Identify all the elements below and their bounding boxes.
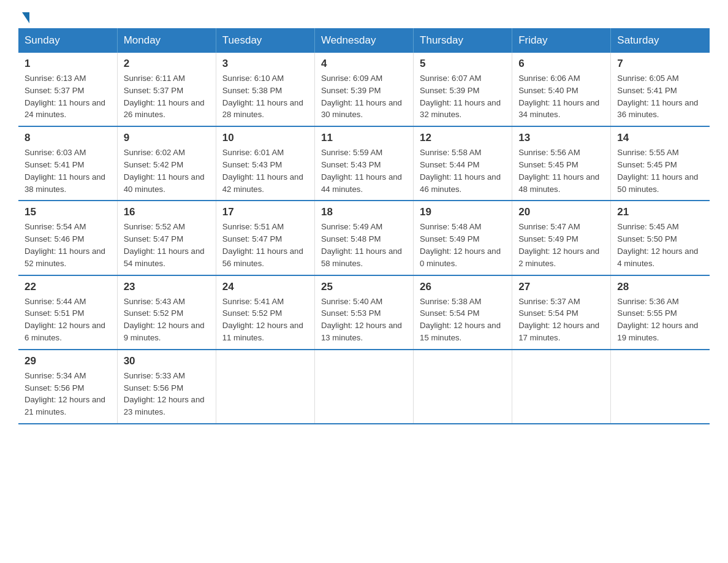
day-number: 7 bbox=[617, 58, 703, 70]
calendar-cell: 22 Sunrise: 5:44 AM Sunset: 5:51 PM Dayl… bbox=[18, 275, 117, 350]
calendar-table: SundayMondayTuesdayWednesdayThursdayFrid… bbox=[18, 28, 710, 424]
calendar-cell: 30 Sunrise: 5:33 AM Sunset: 5:56 PM Dayl… bbox=[117, 350, 216, 424]
day-number: 14 bbox=[617, 132, 703, 144]
header-day-monday: Monday bbox=[117, 28, 216, 53]
calendar-cell: 1 Sunrise: 6:13 AM Sunset: 5:37 PM Dayli… bbox=[18, 53, 117, 126]
calendar-cell: 26 Sunrise: 5:38 AM Sunset: 5:54 PM Dayl… bbox=[414, 275, 512, 350]
calendar-cell: 16 Sunrise: 5:52 AM Sunset: 5:47 PM Dayl… bbox=[117, 201, 216, 275]
day-number: 16 bbox=[124, 206, 210, 218]
week-row-2: 8 Sunrise: 6:03 AM Sunset: 5:41 PM Dayli… bbox=[18, 126, 710, 201]
day-info: Sunrise: 5:38 AM Sunset: 5:54 PM Dayligh… bbox=[420, 296, 506, 344]
header-day-sunday: Sunday bbox=[18, 28, 117, 53]
calendar-cell bbox=[611, 350, 710, 424]
day-number: 21 bbox=[617, 206, 703, 218]
day-number: 18 bbox=[321, 206, 407, 218]
day-info: Sunrise: 6:06 AM Sunset: 5:40 PM Dayligh… bbox=[518, 72, 604, 121]
day-info: Sunrise: 5:37 AM Sunset: 5:54 PM Dayligh… bbox=[518, 296, 604, 344]
day-info: Sunrise: 5:49 AM Sunset: 5:48 PM Dayligh… bbox=[321, 221, 407, 269]
calendar-cell: 15 Sunrise: 5:54 AM Sunset: 5:46 PM Dayl… bbox=[18, 201, 117, 275]
day-info: Sunrise: 6:09 AM Sunset: 5:39 PM Dayligh… bbox=[321, 72, 407, 121]
calendar-cell: 7 Sunrise: 6:05 AM Sunset: 5:41 PM Dayli… bbox=[611, 53, 710, 126]
day-number: 17 bbox=[222, 206, 308, 218]
calendar-cell: 9 Sunrise: 6:02 AM Sunset: 5:42 PM Dayli… bbox=[117, 126, 216, 201]
day-number: 24 bbox=[222, 281, 308, 293]
calendar-cell: 24 Sunrise: 5:41 AM Sunset: 5:52 PM Dayl… bbox=[216, 275, 314, 350]
day-number: 27 bbox=[518, 281, 604, 293]
day-info: Sunrise: 5:52 AM Sunset: 5:47 PM Dayligh… bbox=[124, 221, 210, 269]
day-number: 13 bbox=[518, 132, 604, 144]
calendar-cell bbox=[512, 350, 611, 424]
day-number: 10 bbox=[222, 132, 308, 144]
day-info: Sunrise: 6:02 AM Sunset: 5:42 PM Dayligh… bbox=[124, 147, 210, 195]
calendar-cell: 19 Sunrise: 5:48 AM Sunset: 5:49 PM Dayl… bbox=[414, 201, 512, 275]
day-info: Sunrise: 6:11 AM Sunset: 5:37 PM Dayligh… bbox=[124, 72, 210, 121]
day-info: Sunrise: 6:13 AM Sunset: 5:37 PM Dayligh… bbox=[25, 72, 111, 121]
day-number: 11 bbox=[321, 132, 407, 144]
week-row-5: 29 Sunrise: 5:34 AM Sunset: 5:56 PM Dayl… bbox=[18, 350, 710, 424]
calendar-header-row: SundayMondayTuesdayWednesdayThursdayFrid… bbox=[18, 28, 710, 53]
calendar-cell bbox=[314, 350, 413, 424]
day-info: Sunrise: 5:34 AM Sunset: 5:56 PM Dayligh… bbox=[25, 370, 111, 418]
day-number: 19 bbox=[420, 206, 506, 218]
day-number: 12 bbox=[420, 132, 506, 144]
day-info: Sunrise: 5:59 AM Sunset: 5:43 PM Dayligh… bbox=[321, 147, 407, 195]
day-info: Sunrise: 5:55 AM Sunset: 5:45 PM Dayligh… bbox=[617, 147, 703, 195]
page-header bbox=[18, 12, 710, 22]
calendar-cell: 8 Sunrise: 6:03 AM Sunset: 5:41 PM Dayli… bbox=[18, 126, 117, 201]
calendar-cell: 3 Sunrise: 6:10 AM Sunset: 5:38 PM Dayli… bbox=[216, 53, 314, 126]
day-info: Sunrise: 5:47 AM Sunset: 5:49 PM Dayligh… bbox=[518, 221, 604, 269]
calendar-cell: 2 Sunrise: 6:11 AM Sunset: 5:37 PM Dayli… bbox=[117, 53, 216, 126]
header-day-tuesday: Tuesday bbox=[216, 28, 314, 53]
header-day-thursday: Thursday bbox=[414, 28, 512, 53]
week-row-1: 1 Sunrise: 6:13 AM Sunset: 5:37 PM Dayli… bbox=[18, 53, 710, 126]
day-info: Sunrise: 6:10 AM Sunset: 5:38 PM Dayligh… bbox=[222, 72, 308, 121]
calendar-cell: 13 Sunrise: 5:56 AM Sunset: 5:45 PM Dayl… bbox=[512, 126, 611, 201]
day-info: Sunrise: 6:05 AM Sunset: 5:41 PM Dayligh… bbox=[617, 72, 703, 121]
header-day-wednesday: Wednesday bbox=[314, 28, 413, 53]
week-row-4: 22 Sunrise: 5:44 AM Sunset: 5:51 PM Dayl… bbox=[18, 275, 710, 350]
day-info: Sunrise: 6:07 AM Sunset: 5:39 PM Dayligh… bbox=[420, 72, 506, 121]
day-info: Sunrise: 5:40 AM Sunset: 5:53 PM Dayligh… bbox=[321, 296, 407, 344]
day-number: 30 bbox=[124, 355, 210, 367]
day-number: 3 bbox=[222, 58, 308, 70]
day-info: Sunrise: 5:58 AM Sunset: 5:44 PM Dayligh… bbox=[420, 147, 506, 195]
day-number: 20 bbox=[518, 206, 604, 218]
day-info: Sunrise: 5:41 AM Sunset: 5:52 PM Dayligh… bbox=[222, 296, 308, 344]
week-row-3: 15 Sunrise: 5:54 AM Sunset: 5:46 PM Dayl… bbox=[18, 201, 710, 275]
day-number: 9 bbox=[124, 132, 210, 144]
day-info: Sunrise: 5:36 AM Sunset: 5:55 PM Dayligh… bbox=[617, 296, 703, 344]
day-number: 5 bbox=[420, 58, 506, 70]
calendar-cell: 5 Sunrise: 6:07 AM Sunset: 5:39 PM Dayli… bbox=[414, 53, 512, 126]
day-info: Sunrise: 5:54 AM Sunset: 5:46 PM Dayligh… bbox=[25, 221, 111, 269]
day-number: 6 bbox=[518, 58, 604, 70]
day-number: 26 bbox=[420, 281, 506, 293]
day-number: 22 bbox=[25, 281, 111, 293]
day-info: Sunrise: 6:03 AM Sunset: 5:41 PM Dayligh… bbox=[25, 147, 111, 195]
day-info: Sunrise: 5:33 AM Sunset: 5:56 PM Dayligh… bbox=[124, 370, 210, 418]
calendar-cell: 14 Sunrise: 5:55 AM Sunset: 5:45 PM Dayl… bbox=[611, 126, 710, 201]
calendar-cell: 28 Sunrise: 5:36 AM Sunset: 5:55 PM Dayl… bbox=[611, 275, 710, 350]
calendar-cell: 4 Sunrise: 6:09 AM Sunset: 5:39 PM Dayli… bbox=[314, 53, 413, 126]
day-info: Sunrise: 5:45 AM Sunset: 5:50 PM Dayligh… bbox=[617, 221, 703, 269]
calendar-cell: 21 Sunrise: 5:45 AM Sunset: 5:50 PM Dayl… bbox=[611, 201, 710, 275]
calendar-cell: 6 Sunrise: 6:06 AM Sunset: 5:40 PM Dayli… bbox=[512, 53, 611, 126]
calendar-cell bbox=[216, 350, 314, 424]
day-number: 2 bbox=[124, 58, 210, 70]
calendar-cell: 29 Sunrise: 5:34 AM Sunset: 5:56 PM Dayl… bbox=[18, 350, 117, 424]
logo-arrow-icon bbox=[22, 12, 29, 23]
day-number: 29 bbox=[25, 355, 111, 367]
header-day-friday: Friday bbox=[512, 28, 611, 53]
day-number: 1 bbox=[25, 58, 111, 70]
calendar-cell: 10 Sunrise: 6:01 AM Sunset: 5:43 PM Dayl… bbox=[216, 126, 314, 201]
day-number: 8 bbox=[25, 132, 111, 144]
day-info: Sunrise: 5:51 AM Sunset: 5:47 PM Dayligh… bbox=[222, 221, 308, 269]
calendar-cell: 25 Sunrise: 5:40 AM Sunset: 5:53 PM Dayl… bbox=[314, 275, 413, 350]
calendar-cell: 17 Sunrise: 5:51 AM Sunset: 5:47 PM Dayl… bbox=[216, 201, 314, 275]
day-info: Sunrise: 5:43 AM Sunset: 5:52 PM Dayligh… bbox=[124, 296, 210, 344]
calendar-cell: 11 Sunrise: 5:59 AM Sunset: 5:43 PM Dayl… bbox=[314, 126, 413, 201]
day-info: Sunrise: 5:56 AM Sunset: 5:45 PM Dayligh… bbox=[518, 147, 604, 195]
day-number: 15 bbox=[25, 206, 111, 218]
day-number: 25 bbox=[321, 281, 407, 293]
calendar-cell: 12 Sunrise: 5:58 AM Sunset: 5:44 PM Dayl… bbox=[414, 126, 512, 201]
day-info: Sunrise: 5:44 AM Sunset: 5:51 PM Dayligh… bbox=[25, 296, 111, 344]
